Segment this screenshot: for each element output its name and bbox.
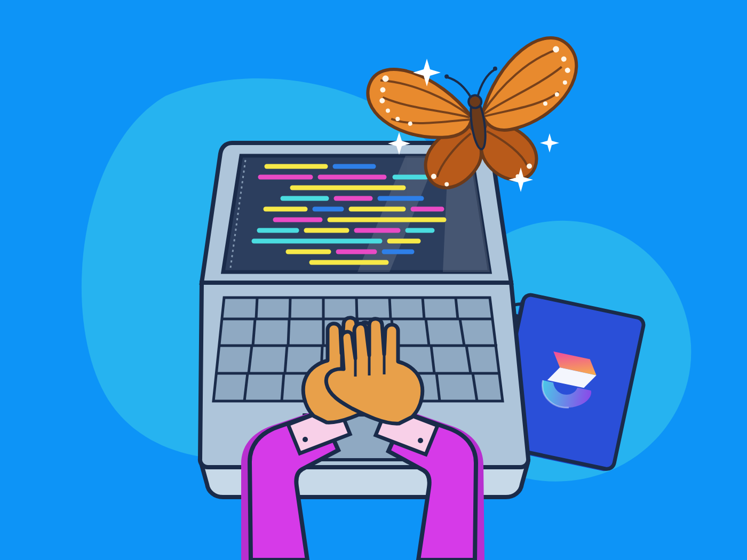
svg-point-60 [303, 437, 308, 442]
illustration-canvas [0, 0, 747, 560]
svg-point-64 [418, 438, 423, 443]
svg-line-37 [423, 298, 424, 319]
svg-line-36 [390, 298, 391, 319]
svg-line-33 [290, 298, 290, 319]
svg-line-35 [356, 298, 357, 319]
svg-line-32 [256, 298, 257, 319]
svg-line-40 [288, 319, 289, 346]
